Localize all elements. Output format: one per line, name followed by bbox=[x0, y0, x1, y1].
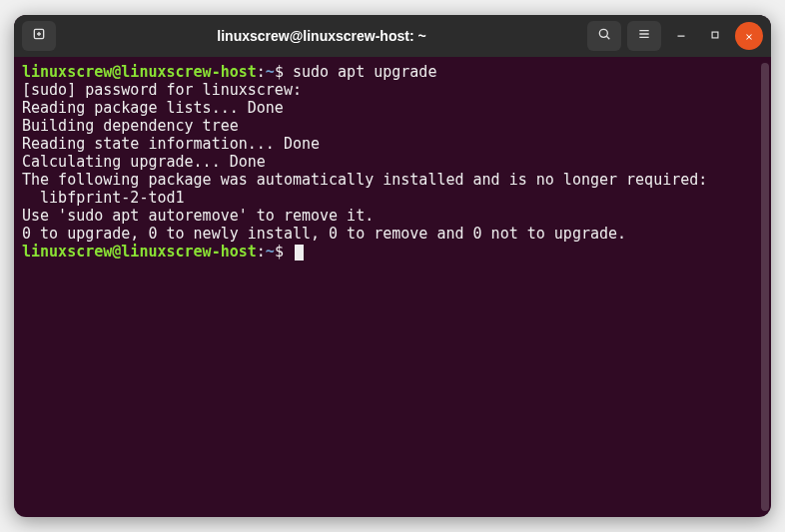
close-icon bbox=[744, 27, 754, 46]
titlebar-right-controls bbox=[587, 21, 763, 51]
new-tab-icon bbox=[31, 26, 47, 46]
output-line: Use 'sudo apt autoremove' to remove it. bbox=[22, 207, 763, 225]
output-line: [sudo] password for linuxscrew: bbox=[22, 81, 763, 99]
output-line: Building dependency tree bbox=[22, 117, 763, 135]
output-line: Reading state information... Done bbox=[22, 135, 763, 153]
output-line: libfprint-2-tod1 bbox=[22, 189, 763, 207]
scrollbar-thumb[interactable] bbox=[761, 63, 769, 511]
minimize-icon bbox=[674, 27, 688, 46]
prompt-colon: : bbox=[257, 63, 266, 81]
prompt-symbol: $ bbox=[275, 63, 293, 81]
svg-point-3 bbox=[599, 29, 607, 37]
terminal-window: linuxscrew@linuxscrew-host: ~ bbox=[14, 15, 771, 517]
new-tab-button[interactable] bbox=[22, 21, 56, 51]
cursor bbox=[295, 245, 304, 261]
maximize-button[interactable] bbox=[701, 22, 729, 50]
search-button[interactable] bbox=[587, 21, 621, 51]
menu-button[interactable] bbox=[627, 21, 661, 51]
svg-rect-9 bbox=[712, 32, 718, 38]
prompt-colon: : bbox=[257, 243, 266, 261]
prompt-path: ~ bbox=[266, 243, 275, 261]
minimize-button[interactable] bbox=[667, 22, 695, 50]
prompt-line: linuxscrew@linuxscrew-host:~$ sudo apt u… bbox=[22, 63, 763, 81]
command-text: sudo apt upgrade bbox=[293, 63, 437, 81]
output-line: 0 to upgrade, 0 to newly install, 0 to r… bbox=[22, 225, 763, 243]
prompt-symbol: $ bbox=[275, 243, 293, 261]
terminal-body[interactable]: linuxscrew@linuxscrew-host:~$ sudo apt u… bbox=[14, 57, 771, 517]
prompt-userhost: linuxscrew@linuxscrew-host bbox=[22, 243, 257, 261]
prompt-line: linuxscrew@linuxscrew-host:~$ bbox=[22, 243, 763, 261]
svg-line-4 bbox=[606, 36, 609, 39]
search-icon bbox=[596, 26, 612, 46]
scrollbar[interactable] bbox=[761, 63, 769, 511]
hamburger-icon bbox=[636, 26, 652, 46]
close-button[interactable] bbox=[735, 22, 763, 50]
window-title: linuxscrew@linuxscrew-host: ~ bbox=[62, 28, 581, 44]
output-line: Reading package lists... Done bbox=[22, 99, 763, 117]
prompt-path: ~ bbox=[266, 63, 275, 81]
prompt-userhost: linuxscrew@linuxscrew-host bbox=[22, 63, 257, 81]
output-line: The following package was automatically … bbox=[22, 171, 763, 189]
output-line: Calculating upgrade... Done bbox=[22, 153, 763, 171]
titlebar: linuxscrew@linuxscrew-host: ~ bbox=[14, 15, 771, 57]
maximize-icon bbox=[708, 27, 722, 46]
